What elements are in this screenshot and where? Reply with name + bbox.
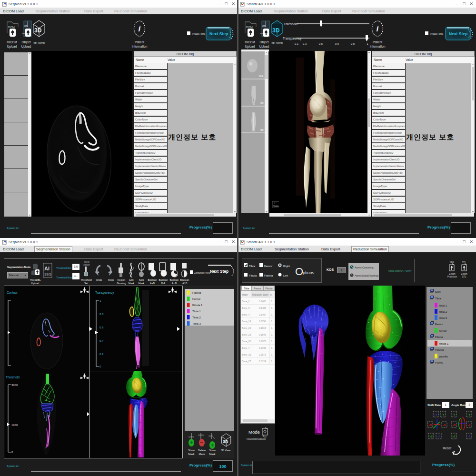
svg-text:Fibula 1: Fibula 1 (192, 304, 203, 307)
svg-text:patella: patella (439, 355, 448, 358)
svg-text:tibia 1: tibia 1 (439, 304, 447, 307)
svg-text:obj: obj (262, 24, 266, 27)
svg-text:tibia 3: tibia 3 (439, 317, 447, 319)
svg-text:Right: Right (283, 265, 290, 268)
svg-text:Next Step: Next Step (209, 31, 228, 36)
svg-text:0.: 0. (271, 347, 273, 349)
svg-text:fibula 1: fibula 1 (439, 342, 449, 345)
svg-text:-Z: -Z (437, 435, 440, 438)
svg-text:Contour: Contour (7, 291, 18, 294)
svg-text:+X: +X (428, 424, 432, 426)
svg-text:Threshold: Threshold (6, 376, 20, 379)
svg-text:+Z: +Z (429, 435, 433, 438)
svg-text:SEG: SEG (44, 273, 51, 276)
svg-text:Export: Export (449, 273, 456, 275)
svg-text:Bone_19: Bone_19 (242, 320, 251, 323)
svg-text:0: 0 (11, 451, 13, 454)
svg-text:Transparency: Transparency (95, 291, 114, 295)
svg-text:Bone_23: Bone_23 (242, 334, 251, 336)
svg-text:3D: 3D (34, 27, 42, 34)
svg-text:90: 90 (260, 129, 264, 131)
svg-text:Bone_2: Bone_2 (242, 300, 250, 303)
svg-text:Export: Export (461, 273, 467, 275)
svg-text:0.: 0. (271, 354, 273, 356)
svg-text:0.1485: 0.1485 (259, 300, 266, 303)
svg-text:Bone_9: Bone_9 (242, 307, 250, 309)
svg-text:90: 90 (260, 102, 264, 105)
svg-text:1: 1 (99, 299, 101, 302)
svg-text:Pelvis: Pelvis (435, 361, 443, 364)
svg-text:0.8: 0.8 (99, 313, 104, 316)
svg-text:Reduction Score: Reduction Score (252, 294, 268, 296)
svg-text:Patella: Patella (435, 348, 444, 351)
svg-text:JPG: JPG (449, 261, 454, 264)
svg-text:Left: Left (283, 274, 288, 277)
svg-text:0.1796: 0.1796 (259, 320, 266, 323)
svg-text:DCM: DCM (8, 26, 15, 29)
svg-text:Bone_7: Bone_7 (242, 347, 250, 349)
svg-text:0.2072: 0.2072 (259, 340, 266, 343)
svg-text:+Y: +Y (434, 413, 437, 416)
svg-text:-Z: -Z (468, 435, 471, 438)
svg-text:-X: -X (468, 424, 471, 426)
svg-text:0.6: 0.6 (99, 326, 104, 329)
svg-text:tibia 2: tibia 2 (439, 310, 447, 313)
svg-text:i: i (139, 24, 141, 33)
svg-text:Femur: Femur (264, 265, 272, 268)
svg-text:+Z: +Z (452, 435, 456, 438)
svg-text:Bone_27: Bone_27 (242, 360, 251, 363)
svg-text:Bone_26: Bone_26 (242, 354, 251, 356)
svg-text:0.: 0. (271, 360, 273, 363)
svg-text:Bone_20: Bone_20 (242, 327, 251, 329)
svg-text:Tibia 1: Tibia 1 (192, 310, 201, 313)
svg-text:DCM: DCM (246, 26, 253, 29)
svg-text:3000: 3000 (11, 384, 18, 387)
svg-text:Atomic Contouring: Atomic Contouring (355, 267, 374, 269)
svg-text:Tibia: Tibia (249, 265, 255, 268)
svg-text:obj: obj (24, 24, 28, 27)
svg-text:0.: 0. (271, 327, 273, 329)
svg-text:+X: +X (452, 424, 456, 426)
svg-text:Bone_4: Bone_4 (242, 314, 250, 316)
svg-text:3D View: 3D View (221, 449, 230, 452)
svg-text:Atomic Decal(Patching): Atomic Decal(Patching) (355, 275, 379, 277)
svg-text:0.: 0. (271, 320, 273, 323)
svg-text:3D: 3D (223, 439, 228, 444)
svg-text:0.: 0. (271, 307, 273, 309)
svg-text:0.2195: 0.2195 (259, 347, 266, 349)
svg-text:164: 164 (258, 75, 264, 78)
svg-text:Mask: Mask (198, 453, 205, 456)
svg-text:STL: STL (462, 261, 466, 264)
svg-text:-Y: -Y (453, 413, 456, 416)
svg-text:O: O (295, 266, 303, 278)
svg-text:3D: 3D (272, 27, 280, 34)
svg-text:Show: Show (209, 449, 216, 452)
svg-text:Fibula: Fibula (249, 274, 257, 277)
svg-text:-X: -X (443, 424, 446, 426)
svg-text:d: d (270, 294, 272, 296)
svg-text:0.2: 0.2 (99, 353, 104, 356)
svg-text:Delete: Delete (198, 449, 206, 452)
svg-text:Show: Show (188, 449, 195, 452)
svg-text:0.4: 0.4 (99, 339, 104, 342)
svg-text:0.: 0. (271, 340, 273, 343)
svg-text:0.1845: 0.1845 (259, 334, 266, 336)
svg-text:0.2871: 0.2871 (259, 354, 266, 356)
svg-text:Next Step: Next Step (210, 269, 228, 274)
svg-text:1cm: 1cm (273, 205, 278, 208)
svg-text:STL: STL (462, 276, 466, 278)
svg-text:Tibia 2: Tibia 2 (192, 316, 201, 319)
svg-text:Bone_28: Bone_28 (242, 340, 251, 343)
svg-text:Femur: Femur (192, 298, 200, 300)
svg-text:Model: Model (242, 294, 248, 296)
svg-text:1000: 1000 (11, 424, 18, 426)
svg-text:AI: AI (44, 266, 50, 271)
svg-text:Patella: Patella (264, 274, 273, 277)
svg-text:i: i (377, 24, 379, 33)
svg-text:-Y: -Y (468, 413, 471, 416)
svg-text:Femur: Femur (435, 323, 443, 326)
svg-text:femur: femur (439, 329, 446, 332)
svg-text:ptions: ptions (303, 270, 315, 275)
svg-text:Mask: Mask (188, 453, 194, 456)
svg-text:0.1815: 0.1815 (259, 327, 266, 329)
